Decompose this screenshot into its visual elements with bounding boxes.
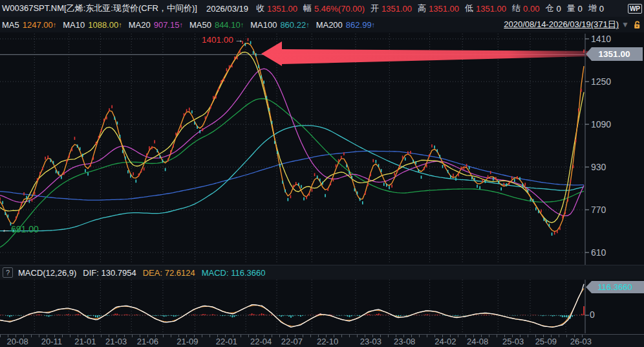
ma-legend-ma100: MA100860.22↑ <box>250 20 309 30</box>
ma-legend-bar: MA51247.00↑MA101088.00↑MA20907.15↑MA5084… <box>0 17 644 32</box>
x-tick-25-09: 25-09 <box>535 337 557 346</box>
quote-field-4: 低1351.00 <box>465 3 506 14</box>
chart-app-window: { "header": { "title": "W00367SPT.NM[乙烯:… <box>0 0 644 347</box>
x-tick-21-01: 21-01 <box>74 337 96 346</box>
dif-label: DIF: <box>83 268 99 278</box>
y-tick-1250: 1250 <box>591 76 611 87</box>
y-tick-930: 930 <box>591 162 606 172</box>
x-tick-22-10: 22-10 <box>317 337 338 346</box>
x-tick-25-03: 25-03 <box>502 337 524 346</box>
quote-field-5: 结0.00 <box>512 3 539 14</box>
x-tick-23-03: 23-03 <box>360 337 381 346</box>
quote-field-1: 幅5.46%(70.00) <box>303 3 365 14</box>
x-tick-22-04: 22-04 <box>250 337 272 346</box>
x-tick-20-11: 20-11 <box>41 337 62 346</box>
dif-value: 130.7954 <box>102 268 136 278</box>
x-axis-bar[interactable]: 20-0820-1121-0121-0321-0621-0922-0122-04… <box>0 334 644 347</box>
x-tick-21-09: 21-09 <box>177 337 198 346</box>
big-red-arrow <box>261 41 614 66</box>
left-edge-annotation: ← 691.00 <box>1 224 39 234</box>
macd-value: 116.3660 <box>231 268 265 278</box>
current-price-badge: 1351.00 <box>586 47 643 61</box>
quote-field-8: 增0 <box>588 3 604 14</box>
y-tick-610: 610 <box>591 247 606 258</box>
quote-field-6: 仓0 <box>545 3 561 14</box>
ma-legend-ma10: MA101088.00↑ <box>63 20 122 30</box>
y-tick-1410: 1410 <box>591 34 611 44</box>
ma-items: MA51247.00↑MA101088.00↑MA20907.15↑MA5084… <box>2 20 381 30</box>
x-tick-22-01: 22-01 <box>216 337 237 346</box>
quote-header-bar: W00367SPT.NM[乙烯:东北亚:现货价(CFR，中间价)] 2026/0… <box>0 0 644 17</box>
x-tick-23-08: 23-08 <box>394 337 415 346</box>
x-tick-22-07: 22-07 <box>281 337 303 346</box>
macd-value-badge: 116.3660 <box>586 281 644 293</box>
right-arrow-icon: → <box>235 35 244 45</box>
macd-zero-label: 0 <box>590 309 595 320</box>
unlock-icon[interactable] <box>633 21 641 29</box>
ma-legend-ma200: MA200862.99↑ <box>316 20 375 30</box>
quote-field-2: 开1351.00 <box>370 3 412 14</box>
quote-field-0: 收1351.00 <box>256 3 297 14</box>
x-tick-24-02: 24-02 <box>435 337 456 346</box>
wp-icon[interactable]: WP <box>628 4 642 14</box>
left-arrow-icon: ← <box>1 224 10 234</box>
date-range-link[interactable]: 2020/08/14-2026/03/19(371日) <box>504 19 619 30</box>
instrument-title: W00367SPT.NM[乙烯:东北亚:现货价(CFR，中间价)] <box>2 3 197 14</box>
macd-header-bar: ? MACD(12,26,9) DIF: 130.7954 DEA: 72.61… <box>0 265 644 280</box>
chevron-down-icon[interactable]: ▼ <box>621 20 629 29</box>
quote-field-3: 高1351.00 <box>418 3 459 14</box>
x-tick-21-03: 21-03 <box>105 337 127 346</box>
chart-canvas[interactable] <box>0 0 644 347</box>
peak-annotation: 1401.00 → <box>202 35 243 45</box>
quote-field-7: 量0 <box>567 3 583 14</box>
x-tick-26-03: 26-03 <box>570 337 592 346</box>
y-tick-1090: 1090 <box>591 119 611 129</box>
macd-label: MACD: <box>202 268 229 278</box>
macd-indicator-name[interactable]: MACD(12,26,9) <box>18 268 76 278</box>
quote-date: 2026/03/19 <box>206 4 248 14</box>
peak-value: 1401.00 <box>202 35 233 45</box>
left-edge-value: 691.00 <box>11 224 39 234</box>
x-tick-20-08: 20-08 <box>6 337 28 346</box>
ma-legend-ma5: MA51247.00↑ <box>2 20 56 30</box>
quote-fields: 收1351.00幅5.46%(70.00)开1351.00高1351.00低13… <box>256 3 610 14</box>
dea-value: 72.6124 <box>165 268 195 278</box>
help-icon[interactable]: ? <box>3 267 13 278</box>
x-tick-24-08: 24-08 <box>467 337 488 346</box>
ma-legend-ma50: MA50844.10↑ <box>189 20 244 30</box>
dea-label: DEA: <box>143 268 162 278</box>
y-tick-770: 770 <box>591 205 606 215</box>
ma-legend-ma20: MA20907.15↑ <box>129 20 183 30</box>
x-tick-21-06: 21-06 <box>137 337 158 346</box>
